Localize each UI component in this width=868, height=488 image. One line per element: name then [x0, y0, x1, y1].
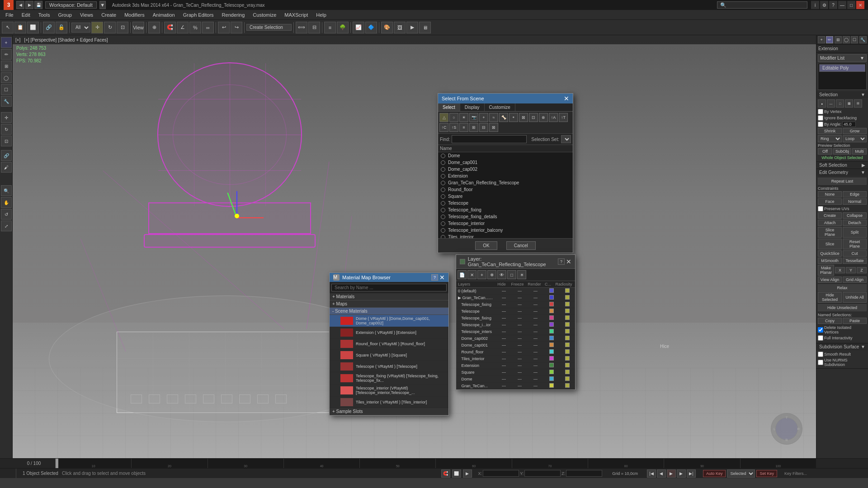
menu-modifiers[interactable]: Modifiers	[121, 11, 148, 19]
list-item[interactable]: Telescope_interior_balcony	[438, 227, 573, 234]
layer-row-square[interactable]: Square --- --- ---	[456, 369, 575, 376]
help-btn[interactable]: ?	[829, 1, 837, 9]
y-coord-input[interactable]	[524, 470, 561, 477]
menu-group[interactable]: Group	[54, 11, 75, 19]
repeat-last-btn[interactable]: Repeat Last	[818, 178, 867, 185]
influence-btn[interactable]: ⊠	[489, 123, 498, 132]
radio-tiles[interactable]	[441, 235, 445, 239]
play-status-btn[interactable]: ▶	[463, 469, 472, 478]
play-btn[interactable]: ▶	[667, 469, 676, 478]
sort-size-btn[interactable]: ↑S	[449, 123, 458, 132]
filter-bone-btn[interactable]: 🦴	[499, 113, 508, 122]
tessellate-btn[interactable]: Tessellate	[843, 258, 867, 264]
minimize-btn[interactable]: —	[838, 1, 846, 9]
render-setup-btn[interactable]: 🖼	[394, 22, 406, 33]
dialog-tab-display[interactable]: Display	[460, 103, 485, 111]
detach-btn[interactable]: Detach	[843, 220, 867, 226]
make-planar-btn[interactable]: Make Planar	[818, 265, 834, 276]
list-item[interactable]: Square	[438, 193, 573, 200]
hide-selected-btn[interactable]: Hide Selected	[818, 292, 842, 303]
scene-object-list[interactable]: Dome Dome_cap001 Dome_cap002 Extension G…	[438, 152, 573, 238]
selection-header[interactable]: Selection ▼	[816, 91, 868, 98]
link-btn[interactable]: 🔗	[43, 22, 55, 33]
undo-btn[interactable]: ↩	[218, 22, 230, 33]
cancel-button[interactable]: Cancel	[506, 241, 536, 250]
viewport-area[interactable]: [+] [+] [Perspective] [Shaded + Edged Fa…	[13, 35, 816, 458]
shrink-btn[interactable]: Shrink	[818, 128, 842, 134]
snap-status-btn[interactable]: 🧲	[441, 469, 450, 478]
split-btn[interactable]: Split	[843, 227, 867, 238]
frame-next-btn[interactable]: ▶	[677, 469, 686, 478]
curve-editor-btn[interactable]: 📈	[353, 22, 364, 33]
smooth-result-check[interactable]	[818, 352, 823, 357]
zoom-lt-btn[interactable]: 🔍	[1, 185, 12, 196]
filter-helper-btn[interactable]: +	[479, 113, 488, 122]
ring-dropdown[interactable]: Ring	[818, 135, 842, 142]
timeline-track[interactable]: 10 20 30 40 50 60 70 80 90 100	[56, 459, 816, 468]
viewport-nav-gizmo[interactable]: T B L R	[771, 413, 802, 445]
hierarchy-panel-btn[interactable]: ⊞	[835, 36, 842, 43]
radio-tel-int[interactable]	[441, 221, 445, 226]
utilities-panel-btn[interactable]: 🔧	[859, 36, 867, 43]
percent-snap-btn[interactable]: %	[189, 22, 201, 33]
snap-btn[interactable]: 🧲	[164, 22, 176, 33]
workspace-selector[interactable]: Workspace: Default	[45, 1, 97, 9]
quick-access-btn[interactable]: ◀	[16, 1, 24, 9]
list-btn[interactable]: ≡	[459, 123, 468, 132]
view-align-btn[interactable]: View Align	[818, 277, 842, 283]
paste-btn[interactable]: Paste	[843, 318, 867, 324]
menu-animation[interactable]: Animation	[149, 11, 179, 19]
vertex-mode-btn[interactable]: ●	[818, 99, 826, 108]
radio-dome-cap001[interactable]	[441, 160, 445, 165]
sample-slots-section[interactable]: + Sample Slots	[330, 408, 448, 415]
layer-help-btn[interactable]: ?	[558, 258, 565, 265]
list-item[interactable]: Gran_TeCan_Reflecting_Telescope	[438, 179, 573, 186]
select-object-btn[interactable]: ↖	[2, 22, 14, 33]
move-lt-btn[interactable]: ✛	[1, 112, 12, 123]
mat-item-roundfloor[interactable]: Round_floor ( VRayMtl ) [Round_floor]	[330, 338, 448, 350]
list-item[interactable]: Telescope_fixing_details	[438, 213, 573, 220]
close-btn[interactable]: ✕	[856, 1, 864, 9]
border-mode-btn[interactable]: □	[836, 99, 844, 108]
loop-dropdown[interactable]: Loop	[843, 135, 867, 142]
sort-color-btn[interactable]: ↑C	[439, 123, 448, 132]
layer-row-dome-cap001[interactable]: Dome_cap001 --- --- ---	[456, 342, 575, 349]
hide-unselected-btn[interactable]: Hide Unselected	[818, 304, 867, 311]
quickslice-btn[interactable]: QuickSlice	[818, 250, 842, 257]
viewport-render-btn[interactable]: 🖥	[419, 22, 431, 33]
search-input[interactable]	[717, 1, 807, 9]
layer-new-btn[interactable]: 📄	[458, 270, 467, 279]
menu-graph-editors[interactable]: Graph Editors	[179, 11, 217, 19]
move-btn[interactable]: ✛	[91, 22, 103, 33]
align-btn[interactable]: ⊟	[308, 22, 320, 33]
layer-row-dome-cap002[interactable]: Dome_cap002 --- --- ---	[456, 335, 575, 342]
radio-telescope[interactable]	[441, 201, 445, 206]
slice-plane-btn[interactable]: Slice Plane	[818, 227, 842, 238]
viewport-plus-btn[interactable]: [+]	[15, 38, 20, 42]
none-btn[interactable]: None	[818, 191, 842, 197]
layer-row-dome[interactable]: Dome --- --- ---	[456, 376, 575, 383]
mat-item-tel-int[interactable]: Telescope_interior (VRayMtl) [Telescope_…	[330, 385, 448, 397]
ok-button[interactable]: OK	[475, 241, 497, 250]
create-tab-btn[interactable]: +	[1, 37, 12, 48]
layer-add-btn[interactable]: +	[477, 270, 486, 279]
modify-tab-btn[interactable]: ✏	[1, 49, 12, 60]
preview-off-btn[interactable]: Off	[818, 148, 832, 155]
radio-round-floor[interactable]	[441, 188, 445, 192]
scene-materials-section[interactable]: - Scene Materials	[330, 308, 448, 315]
set-key-btn[interactable]: Set Key	[756, 470, 777, 477]
x-btn[interactable]: X	[835, 267, 845, 273]
quick-access-btn2[interactable]: ▶	[25, 1, 33, 9]
attach-btn[interactable]: Attach	[818, 220, 842, 226]
radio-dome[interactable]	[441, 154, 445, 158]
display-panel-btn[interactable]: ☐	[851, 36, 858, 43]
list-item[interactable]: Telescope_fixing	[438, 206, 573, 213]
ref-coord-btn[interactable]: View	[132, 22, 144, 33]
render-btn[interactable]: ▶	[406, 22, 418, 33]
mat-close-btn[interactable]: ✕	[439, 274, 445, 281]
radio-square[interactable]	[441, 194, 445, 199]
menu-rendering[interactable]: Rendering	[218, 11, 249, 19]
info-btn[interactable]: i	[811, 1, 819, 9]
mat-item-extension[interactable]: Extension ( VRayMtl ) [Extension]	[330, 327, 448, 338]
preview-subobj-btn[interactable]: SubObj	[833, 148, 851, 155]
